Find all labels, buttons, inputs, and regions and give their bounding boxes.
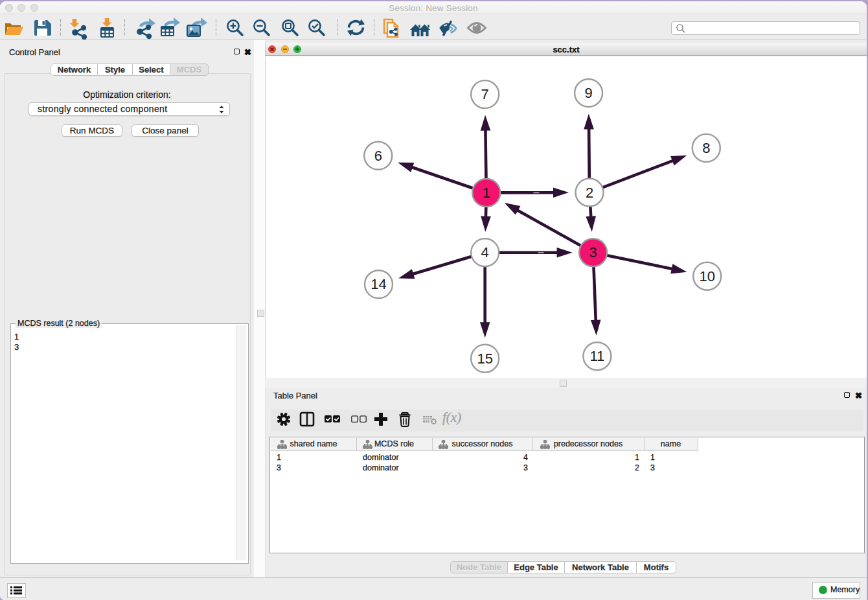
svg-text:3: 3	[589, 244, 597, 260]
svg-text:2: 2	[586, 185, 593, 201]
svg-text:7: 7	[481, 86, 489, 102]
svg-text:8: 8	[702, 140, 710, 156]
svg-text:10: 10	[699, 268, 714, 284]
svg-text:1: 1	[483, 185, 490, 201]
svg-text:6: 6	[374, 148, 382, 164]
svg-text:15: 15	[477, 351, 492, 367]
svg-text:11: 11	[589, 348, 604, 364]
svg-text:4: 4	[481, 244, 489, 260]
svg-text:9: 9	[584, 85, 592, 101]
svg-text:14: 14	[371, 276, 386, 292]
